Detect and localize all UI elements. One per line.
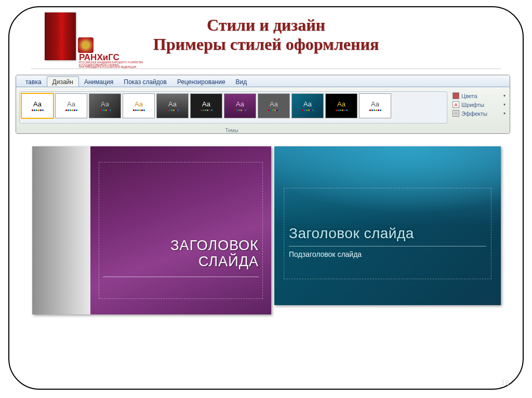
tab-вид[interactable]: Вид <box>231 77 252 87</box>
side-цвета[interactable]: Цвета▾ <box>450 91 508 100</box>
theme-thumb-8[interactable]: Aa <box>291 93 324 118</box>
pv2-title: Заголовок слайда <box>289 225 414 242</box>
theme-thumb-7[interactable]: Aa <box>258 93 290 118</box>
theme-thumb-0[interactable]: Aa <box>21 93 54 118</box>
tab-показ слайдов[interactable]: Показ слайдов <box>118 77 172 87</box>
theme-thumb-6[interactable]: Aa <box>224 93 256 118</box>
preview-blue: Заголовок слайда Подзаголовок слайда <box>274 146 501 305</box>
preview-purple: ЗАГОЛОВОКСЛАЙДА <box>32 146 271 314</box>
ribbon-tabs: тавкаДизайнАнимацияПоказ слайдовРецензир… <box>16 75 510 87</box>
title-underline <box>31 68 501 69</box>
pv2-subtitle: Подзаголовок слайда <box>289 250 362 258</box>
title-line-2: Примеры стилей оформления <box>0 35 532 54</box>
theme-thumb-9[interactable]: Aa <box>325 93 357 118</box>
page-number: 18 <box>501 378 509 387</box>
tab-тавка[interactable]: тавка <box>20 77 47 87</box>
logo-main: РАНХиГС <box>79 53 143 62</box>
group-label-themes: Темы <box>16 128 447 133</box>
side-шрифты[interactable]: AШрифты▾ <box>450 100 508 109</box>
chevron-down-icon: ▾ <box>503 93 506 98</box>
tab-анимация[interactable]: Анимация <box>79 77 118 87</box>
theme-thumb-5[interactable]: Aa <box>190 93 222 118</box>
theme-side-panel: Цвета▾AШрифты▾Эффекты▾ <box>450 91 508 118</box>
theme-thumb-1[interactable]: Aa <box>55 93 87 118</box>
side-эффекты[interactable]: Эффекты▾ <box>450 109 508 118</box>
chevron-down-icon: ▾ <box>503 111 506 116</box>
theme-thumb-10[interactable]: Aa <box>359 93 391 118</box>
theme-thumb-3[interactable]: Aa <box>123 93 155 118</box>
theme-thumb-2[interactable]: Aa <box>89 93 121 118</box>
tab-рецензирование[interactable]: Рецензирование <box>172 77 231 87</box>
theme-thumb-4[interactable]: Aa <box>156 93 189 118</box>
title-line-1: Стили и дизайн <box>0 16 532 35</box>
theme-gallery[interactable]: AaAaAaAaAaAaAaAaAaAaAa <box>19 91 447 123</box>
chevron-down-icon: ▾ <box>503 102 506 107</box>
pv1-title: ЗАГОЛОВОКСЛАЙДА <box>103 238 259 270</box>
ribbon: тавкаДизайнАнимацияПоказ слайдовРецензир… <box>16 75 510 134</box>
slide-title: Стили и дизайн Примеры стилей оформления <box>0 16 532 54</box>
tab-дизайн[interactable]: Дизайн <box>47 76 79 87</box>
